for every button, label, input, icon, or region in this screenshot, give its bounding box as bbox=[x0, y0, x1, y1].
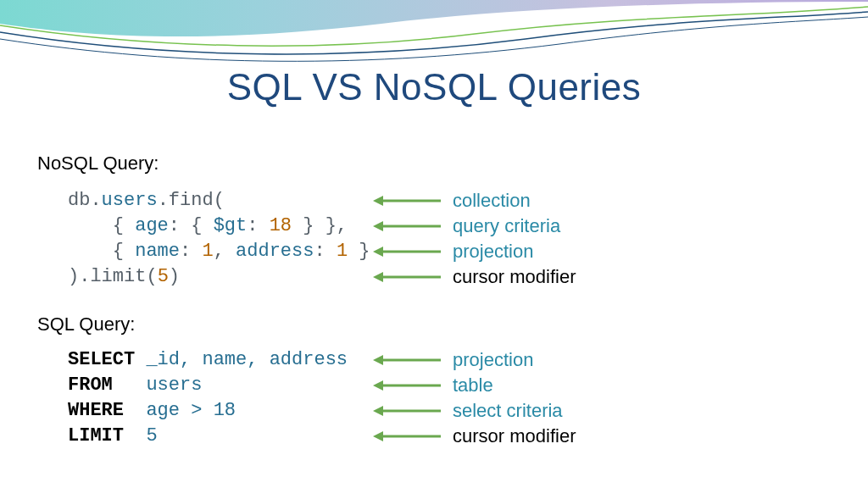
annotation-row: cursor modifier bbox=[373, 424, 576, 449]
section-label-nosql: NoSQL Query: bbox=[37, 152, 159, 175]
svg-marker-1 bbox=[373, 196, 383, 206]
svg-marker-13 bbox=[373, 406, 383, 416]
annotation-label: cursor modifier bbox=[453, 424, 576, 449]
annotation-label: projection bbox=[453, 347, 533, 373]
annotation-label: select criteria bbox=[453, 398, 563, 424]
svg-marker-15 bbox=[373, 431, 383, 441]
annotation-label: cursor modifier bbox=[453, 264, 576, 290]
svg-marker-11 bbox=[373, 380, 383, 391]
svg-marker-7 bbox=[373, 272, 383, 282]
arrow-left-icon bbox=[373, 405, 441, 417]
code-block-sql: SELECT _id, name, address FROM users WHE… bbox=[68, 347, 348, 449]
annotation-row: query criteria bbox=[373, 214, 576, 239]
section-label-sql: SQL Query: bbox=[37, 313, 135, 336]
svg-marker-3 bbox=[373, 221, 383, 231]
annotation-label: query criteria bbox=[453, 214, 560, 239]
code-block-nosql: db.users.find( { age: { $gt: 18 } }, { n… bbox=[68, 188, 370, 290]
annotation-row: collection bbox=[373, 188, 576, 214]
svg-marker-5 bbox=[373, 247, 383, 257]
arrow-left-icon bbox=[373, 430, 441, 442]
arrow-left-icon bbox=[373, 271, 441, 283]
arrow-left-icon bbox=[373, 246, 441, 258]
annotation-column-nosql: collection query criteria projection cur… bbox=[373, 188, 576, 290]
arrow-left-icon bbox=[373, 380, 441, 391]
annotation-column-sql: projection table select criteria cursor … bbox=[373, 347, 576, 449]
slide-title: SQL VS NoSQL Queries bbox=[0, 66, 868, 108]
annotation-label: collection bbox=[453, 188, 531, 214]
annotation-label: table bbox=[453, 373, 493, 398]
arrow-left-icon bbox=[373, 220, 441, 232]
annotation-row: select criteria bbox=[373, 398, 576, 424]
svg-marker-9 bbox=[373, 355, 383, 365]
arrow-left-icon bbox=[373, 195, 441, 207]
annotation-row: projection bbox=[373, 239, 576, 264]
annotation-label: projection bbox=[453, 239, 533, 264]
annotation-row: projection bbox=[373, 347, 576, 373]
arrow-left-icon bbox=[373, 354, 441, 366]
annotation-row: table bbox=[373, 373, 576, 398]
annotation-row: cursor modifier bbox=[373, 264, 576, 290]
